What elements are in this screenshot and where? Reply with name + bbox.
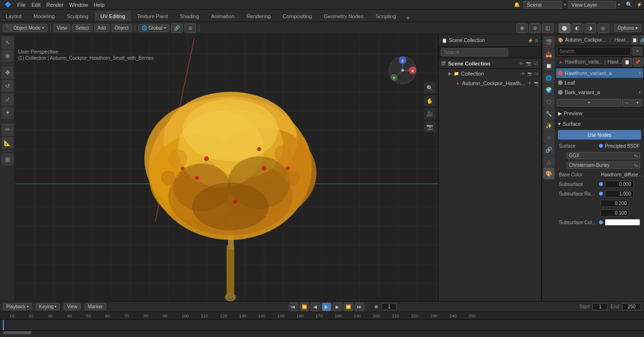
render-tab[interactable]: 🎬 bbox=[543, 36, 555, 48]
obj-render[interactable]: 📷 bbox=[534, 80, 539, 86]
step-forward-btn[interactable]: ⏩ bbox=[344, 303, 353, 311]
select-tool[interactable]: ↖ bbox=[1, 36, 14, 49]
menu-render[interactable]: Render bbox=[44, 0, 66, 9]
view-menu[interactable]: View bbox=[54, 24, 71, 32]
mat-expand-btn[interactable]: ▾ bbox=[633, 99, 642, 107]
modifier-tab[interactable]: 🔧 bbox=[543, 108, 555, 120]
subsurface-method-select[interactable]: Christensen-Burley ▾▴ bbox=[567, 162, 640, 169]
move-tool[interactable]: ✥ bbox=[1, 66, 14, 79]
view-layer-selector[interactable]: View Layer bbox=[568, 1, 616, 9]
mode-selector[interactable]: ⬛ Object Mode ▾ bbox=[3, 24, 47, 32]
jump-end-btn[interactable]: ⏭ bbox=[355, 303, 364, 311]
mat-link-btn[interactable]: 🔗 bbox=[640, 36, 644, 44]
tab-rendering[interactable]: Rendering bbox=[240, 11, 276, 22]
gizmo-toggle[interactable]: ⊕ bbox=[516, 23, 528, 33]
timeline-track[interactable] bbox=[0, 320, 644, 330]
zoom-icon[interactable]: 🔍 bbox=[424, 82, 436, 94]
mat-new-btn[interactable]: 📋 bbox=[622, 58, 632, 66]
scale-tool[interactable]: ⤢ bbox=[1, 93, 14, 106]
tab-sculpting[interactable]: Sculpting bbox=[61, 11, 94, 22]
playback-btn[interactable]: Playback ▾ bbox=[3, 303, 32, 310]
distribution-select[interactable]: GGX ▾▴ bbox=[567, 152, 640, 159]
pan-icon[interactable]: ✋ bbox=[424, 95, 436, 107]
render-cam-icon[interactable]: 📷 bbox=[424, 121, 436, 132]
filter-icon[interactable]: ⚡ bbox=[636, 2, 642, 7]
world-tab[interactable]: 🌍 bbox=[543, 84, 555, 96]
scene-selector[interactable]: Scene bbox=[524, 1, 562, 9]
proportional-edit[interactable]: ⊙ bbox=[185, 23, 196, 33]
col-visibility[interactable]: 👁 bbox=[520, 71, 526, 76]
current-frame-input[interactable]: 1 bbox=[382, 303, 397, 310]
tab-shading[interactable]: Shading bbox=[174, 11, 205, 22]
outliner-search-input[interactable] bbox=[441, 48, 508, 56]
select-menu[interactable]: Select bbox=[72, 24, 92, 32]
rotate-tool[interactable]: ↺ bbox=[1, 80, 14, 92]
tab-layout[interactable]: Layout bbox=[0, 11, 27, 22]
start-frame-input[interactable]: 1 bbox=[592, 303, 608, 310]
options-button[interactable]: Options ▾ bbox=[614, 24, 641, 32]
scene-tab[interactable]: 🌐 bbox=[543, 72, 555, 84]
preview-header[interactable]: ▶ Preview bbox=[555, 109, 644, 118]
mat-copy-btn[interactable]: 📋 bbox=[632, 36, 638, 44]
play-btn[interactable]: ▶ bbox=[322, 303, 331, 311]
timeline-scroll-thumb[interactable] bbox=[3, 331, 32, 334]
mat-filter-icon[interactable]: ▾ bbox=[633, 47, 642, 55]
camera-icon[interactable]: 🎥 bbox=[424, 108, 436, 120]
transform-tool[interactable]: ✦ bbox=[1, 107, 14, 119]
jump-start-btn[interactable]: ⏮ bbox=[289, 303, 298, 311]
subsurface-color-picker[interactable] bbox=[605, 219, 640, 226]
surface-header[interactable]: ▾ Surface bbox=[555, 119, 644, 129]
visibility-icon[interactable]: 👁 bbox=[517, 60, 524, 67]
next-keyframe-btn[interactable]: ▶ bbox=[333, 303, 342, 311]
menu-file[interactable]: File bbox=[14, 0, 29, 9]
collection-item-row[interactable]: ▶ 📁 Collection 👁 📷 ☑ bbox=[439, 69, 541, 78]
search-icon[interactable]: 🔍 bbox=[626, 1, 633, 8]
timeline-scrollbar[interactable] bbox=[0, 330, 644, 334]
object-tab[interactable]: ⬡ bbox=[543, 96, 555, 108]
subsurface-radius-2-input[interactable]: 0.200 bbox=[600, 200, 629, 207]
menu-window[interactable]: Window bbox=[66, 0, 91, 9]
particles-tab[interactable]: ✨ bbox=[543, 120, 555, 131]
tab-texture-paint[interactable]: Texture Paint bbox=[131, 11, 174, 22]
cursor-tool[interactable]: ⊕ bbox=[1, 50, 14, 62]
physics-tab[interactable]: ⚛ bbox=[543, 132, 555, 143]
outliner-filter-icon[interactable]: ⚡ bbox=[528, 38, 533, 43]
output-tab[interactable]: 📤 bbox=[543, 48, 555, 60]
end-frame-input[interactable]: 250 bbox=[622, 303, 641, 310]
exclude-icon[interactable]: ☑ bbox=[533, 60, 539, 67]
viewport-gizmo[interactable]: Z X Y bbox=[386, 54, 419, 87]
snap-button[interactable]: 🔗 bbox=[171, 23, 183, 33]
object-item-row[interactable]: 🔺 Autumn_Cockpur_Hawth... 👁 📷 bbox=[439, 78, 541, 88]
object-data-tab[interactable]: △ bbox=[543, 156, 555, 167]
mat-item-hawthorn[interactable]: Hawthorn_variant_a ▾ bbox=[556, 68, 643, 78]
material-mode[interactable]: ◐ bbox=[572, 23, 583, 33]
view-layer-tab[interactable]: 🔲 bbox=[543, 60, 555, 72]
tab-uv-editing[interactable]: UV Editing bbox=[95, 11, 131, 22]
add-workspace-button[interactable]: + bbox=[402, 14, 414, 22]
object-menu[interactable]: Object bbox=[111, 24, 132, 32]
mat-item-leaf[interactable]: Leaf bbox=[556, 78, 643, 87]
material-tab[interactable]: 🎨 bbox=[543, 168, 555, 179]
scene-collection-row[interactable]: 🎬 Scene Collection 👁 📷 ☑ bbox=[439, 58, 541, 69]
add-cube-tool[interactable]: ⊞ bbox=[1, 153, 14, 166]
mat-search-input[interactable] bbox=[557, 47, 631, 55]
render-mode[interactable]: ◎ bbox=[598, 23, 609, 33]
transform-global[interactable]: 🌐 Global ▾ bbox=[138, 24, 169, 32]
tab-animation[interactable]: Animation bbox=[206, 11, 240, 22]
outliner-settings-icon[interactable]: ⚙ bbox=[535, 38, 538, 43]
tab-modeling[interactable]: Modeling bbox=[28, 11, 61, 22]
subsurface-radius-3-input[interactable]: 0.100 bbox=[600, 209, 629, 217]
add-menu[interactable]: Add bbox=[94, 24, 109, 32]
tab-compositing[interactable]: Compositing bbox=[277, 11, 317, 22]
xray-toggle[interactable]: ◫ bbox=[542, 23, 554, 33]
menu-edit[interactable]: Edit bbox=[29, 0, 44, 9]
render-preview[interactable]: ◑ bbox=[585, 23, 596, 33]
marker-btn[interactable]: Marker bbox=[85, 303, 106, 310]
menu-help[interactable]: Help bbox=[91, 0, 108, 9]
blender-logo[interactable]: 🔷 bbox=[2, 0, 14, 9]
step-back-btn[interactable]: ⏪ bbox=[300, 303, 309, 311]
timeline-view-btn[interactable]: View bbox=[64, 303, 81, 310]
measure-tool[interactable]: 📐 bbox=[1, 137, 14, 149]
mat-copy-btn2[interactable]: 📌 bbox=[633, 58, 643, 66]
obj-visibility[interactable]: 👁 bbox=[527, 80, 533, 86]
